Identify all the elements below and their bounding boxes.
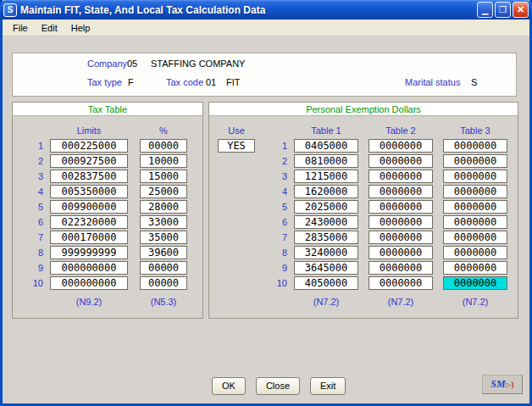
tax-table-row: 100022500000000 xyxy=(25,138,202,153)
percent-field-row3[interactable]: 15000 xyxy=(140,170,187,183)
row-number: 10 xyxy=(269,278,294,288)
table2-field-row3[interactable]: 0000000 xyxy=(369,170,433,183)
table1-field-row3[interactable]: 1215000 xyxy=(294,170,358,183)
table2-field-row9[interactable]: 0000000 xyxy=(369,261,433,275)
row-number: 9 xyxy=(25,263,50,273)
limit-field-row1[interactable]: 000225000 xyxy=(50,139,128,153)
marital-status-value: S xyxy=(471,77,477,87)
row-number: 3 xyxy=(269,171,294,181)
table2-field-row5[interactable]: 0000000 xyxy=(369,200,433,214)
limit-field-row2[interactable]: 000927500 xyxy=(50,154,128,168)
table3-field-row5[interactable]: 0000000 xyxy=(443,200,507,214)
row-number: 2 xyxy=(269,156,294,166)
table3-field-row6[interactable]: 0000000 xyxy=(443,215,507,229)
close-button-bottom[interactable]: Close xyxy=(256,377,300,395)
tax-table-row: 700017000035000 xyxy=(25,230,202,245)
limit-field-row10[interactable]: 000000000 xyxy=(50,276,128,290)
table3-field-row4[interactable]: 0000000 xyxy=(443,185,507,198)
exit-button[interactable]: Exit xyxy=(310,377,346,395)
table1-field-row9[interactable]: 3645000 xyxy=(294,261,358,275)
window-title: Maintain FIT, State, And Local Tax Calcu… xyxy=(20,4,477,16)
table1-field-row8[interactable]: 3240000 xyxy=(294,246,358,259)
table2-field-row2[interactable]: 0000000 xyxy=(369,154,433,168)
limit-field-row8[interactable]: 999999999 xyxy=(50,246,128,259)
personal-exemption-row: 9364500000000000000000 xyxy=(218,260,518,275)
limit-field-row5[interactable]: 009900000 xyxy=(50,200,128,214)
tax-table-rows: 1000225000000002000927500100003002837500… xyxy=(25,138,202,291)
tax-type-label: Tax type xyxy=(87,77,122,87)
table1-field-row7[interactable]: 2835000 xyxy=(294,231,358,244)
limit-field-row4[interactable]: 005350000 xyxy=(50,185,128,198)
personal-exemption-column-headers: Use Table 1 Table 2 Table 3 xyxy=(218,123,518,138)
button-row: OK Close Exit xyxy=(212,377,346,395)
percent-field-row4[interactable]: 25000 xyxy=(140,185,187,198)
table2-field-row4[interactable]: 0000000 xyxy=(369,185,433,198)
table3-field-row10-selected[interactable]: 0000000 xyxy=(443,276,507,290)
table1-field-row1[interactable]: 0405000 xyxy=(294,139,358,153)
table2-format-label: (N7.2) xyxy=(369,297,433,307)
table1-field-row10[interactable]: 4050000 xyxy=(294,276,358,290)
percent-field-row8[interactable]: 39600 xyxy=(140,246,187,259)
title-bar[interactable]: S Maintain FIT, State, And Local Tax Cal… xyxy=(0,0,532,19)
table1-field-row6[interactable]: 2430000 xyxy=(294,215,358,229)
table2-field-row10[interactable]: 0000000 xyxy=(369,276,433,290)
limit-field-row6[interactable]: 022320000 xyxy=(50,215,128,229)
sm-logo-smiley: :-) xyxy=(506,380,514,389)
row-number: 4 xyxy=(269,186,294,197)
app-window: S Maintain FIT, State, And Local Tax Cal… xyxy=(0,0,532,406)
percent-field-row7[interactable]: 35000 xyxy=(140,231,187,244)
table3-field-row3[interactable]: 0000000 xyxy=(443,170,507,183)
percent-field-row9[interactable]: 00000 xyxy=(140,261,187,275)
table3-field-row2[interactable]: 0000000 xyxy=(443,154,507,168)
percent-field-row5[interactable]: 28000 xyxy=(140,200,187,214)
tax-table-column-headers: Limits % xyxy=(25,123,202,138)
percent-column-header: % xyxy=(140,125,187,136)
ok-button[interactable]: OK xyxy=(212,377,246,395)
menu-edit[interactable]: Edit xyxy=(35,21,64,35)
percent-field-row1[interactable]: 00000 xyxy=(140,139,187,153)
table3-field-row9[interactable]: 0000000 xyxy=(443,261,507,275)
personal-exemption-rows: YES1040500000000000000000208100000000000… xyxy=(218,138,518,291)
limit-field-row7[interactable]: 000170000 xyxy=(50,231,128,244)
personal-exemption-row: 4162000000000000000000 xyxy=(218,184,518,199)
app-icon: S xyxy=(3,3,17,17)
personal-exemption-formats: (N7.2) (N7.2) (N7.2) xyxy=(218,294,518,309)
table1-field-row2[interactable]: 0810000 xyxy=(294,154,358,168)
table1-field-row5[interactable]: 2025000 xyxy=(294,200,358,214)
percent-field-row10[interactable]: 00000 xyxy=(140,276,187,290)
personal-exemption-row: YES1040500000000000000000 xyxy=(218,138,518,153)
percent-field-row6[interactable]: 33000 xyxy=(140,215,187,229)
personal-exemption-row: 8324000000000000000000 xyxy=(218,245,518,260)
sm-logo: SM:-) xyxy=(482,375,523,394)
limit-field-row3[interactable]: 002837500 xyxy=(50,170,128,183)
personal-exemption-group-title: Personal Exemption Dollars xyxy=(209,103,518,116)
minimize-button[interactable]: ▁ xyxy=(477,2,493,18)
table2-field-row1[interactable]: 0000000 xyxy=(369,139,433,153)
personal-exemption-row: 3121500000000000000000 xyxy=(218,169,518,184)
company-label: Company xyxy=(87,58,127,69)
tax-table-row: 1000000000000000 xyxy=(25,275,202,291)
use-column-header: Use xyxy=(218,125,255,136)
table3-field-row8[interactable]: 0000000 xyxy=(443,246,507,259)
percent-field-row2[interactable]: 10000 xyxy=(140,154,187,168)
row-number: 8 xyxy=(269,247,294,258)
menu-help[interactable]: Help xyxy=(64,21,97,35)
row-number: 5 xyxy=(25,202,50,212)
menu-file[interactable]: File xyxy=(6,21,35,35)
tax-code-value: 01 xyxy=(206,77,216,87)
menu-bar: File Edit Help xyxy=(3,19,529,36)
table1-field-row4[interactable]: 1620000 xyxy=(294,185,358,198)
marital-status-label: Marital status xyxy=(405,77,460,87)
limit-field-row9[interactable]: 000000000 xyxy=(50,261,128,275)
table3-field-row1[interactable]: 0000000 xyxy=(443,139,507,153)
tax-table-formats: (N9.2) (N5.3) xyxy=(25,294,202,309)
row-number: 3 xyxy=(25,171,50,181)
row-number: 8 xyxy=(25,247,50,258)
table3-field-row7[interactable]: 0000000 xyxy=(443,231,507,244)
table2-field-row8[interactable]: 0000000 xyxy=(369,246,433,259)
maximize-button[interactable]: ❐ xyxy=(495,2,511,18)
table2-field-row6[interactable]: 0000000 xyxy=(369,215,433,229)
use-field[interactable]: YES xyxy=(218,139,255,153)
close-button[interactable]: ✕ xyxy=(513,2,529,18)
table2-field-row7[interactable]: 0000000 xyxy=(369,231,433,244)
